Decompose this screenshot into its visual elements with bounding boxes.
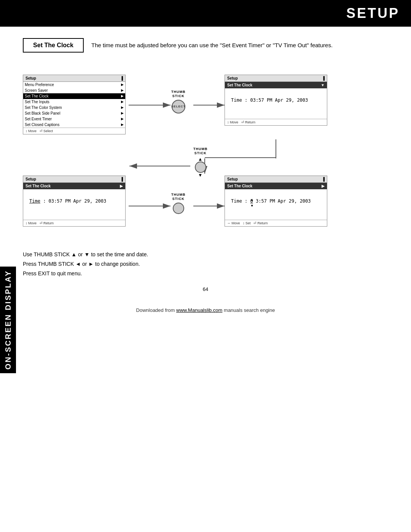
menu-item-set-the-clock: Set The Clock▶ bbox=[23, 93, 125, 99]
menu-item-set-black-side-panel: Set Black Side Panel▶ bbox=[23, 110, 125, 116]
menu-item-menu-preference: Menu Preference▶ bbox=[23, 82, 125, 88]
footer-site-link[interactable]: www.Manualslib.com bbox=[176, 307, 222, 313]
menu-item-set-closed-captions: Set Closed Captions▶ bbox=[23, 122, 125, 128]
side-label: ON-SCREEN DISPLAY bbox=[0, 267, 16, 373]
screen-footer-bottom-left: ↕ Move ⏎ Return bbox=[23, 220, 125, 226]
instruction-line1: Use THUMB STICK ▲ or ▼ to set the time a… bbox=[23, 250, 388, 259]
screen-body-bottom-left: Time : 03:57 PM Apr 29, 2003 bbox=[23, 189, 125, 220]
set-clock-description: The time must be adjusted before you can… bbox=[91, 38, 333, 50]
screen-body-top-left: Menu Preference▶ Screen Saver▶ Set The C… bbox=[23, 82, 125, 128]
thumbstick-circle-middle[interactable] bbox=[195, 161, 206, 173]
screen-set-clock-editing: Setup ▐ Set The Clock ▶ Time : ▲ 0 ▼ 3:5… bbox=[225, 176, 327, 227]
screen-body-bottom-right: Time : ▲ 0 ▼ 3:57 PM Apr 29, 2003 bbox=[225, 189, 327, 220]
screen-header-bottom-right: Setup ▐ bbox=[225, 176, 327, 183]
time-display-bottom-left: Time : 03:57 PM Apr 29, 2003 bbox=[26, 193, 122, 209]
diagram-area: Setup ▐ Menu Preference▶ Screen Saver▶ S… bbox=[23, 63, 388, 238]
screen-set-clock-time-selected: Setup ▐ Set The Clock ▶ Time : 03:57 PM … bbox=[23, 176, 126, 227]
screen-footer-top-left: ↕ Move ⏎ Select bbox=[23, 128, 125, 134]
thumbstick-up-arrow: ▲ bbox=[198, 157, 203, 161]
set-clock-row: Set The Clock The time must be adjusted … bbox=[23, 38, 388, 53]
thumbstick-bottom: THUMBSTICK bbox=[171, 193, 186, 214]
time-display-bottom-right: Time : ▲ 0 ▼ 3:57 PM Apr 29, 2003 bbox=[228, 193, 324, 209]
instruction-line3: Press EXIT to quit menu. bbox=[23, 269, 388, 278]
screen-header-top-left: Setup ▐ bbox=[23, 75, 125, 82]
thumbstick-circle-bottom[interactable] bbox=[173, 203, 184, 214]
page-title: SETUP bbox=[346, 5, 400, 21]
screen-setup-menu: Setup ▐ Menu Preference▶ Screen Saver▶ S… bbox=[23, 75, 126, 134]
thumbstick-circle-top[interactable]: SELECT bbox=[172, 100, 185, 113]
menu-item-set-event-timer: Set Event Timer▶ bbox=[23, 116, 125, 122]
page-header: SETUP bbox=[0, 0, 411, 27]
thumbstick-down-arrow: ▼ bbox=[198, 173, 203, 177]
thumbstick-middle: THUMBSTICK ▲ ▼ bbox=[193, 147, 208, 177]
footer-downloaded: Downloaded from bbox=[136, 307, 175, 313]
screen-subheader-top-right: Set The Clock ▼ bbox=[225, 82, 327, 88]
main-content: Set The Clock The time must be adjusted … bbox=[0, 27, 411, 332]
page-number: 64 bbox=[23, 286, 388, 292]
thumbstick-top: THUMBSTICK SELECT bbox=[171, 90, 186, 113]
menu-item-set-the-inputs: Set The Inputs▶ bbox=[23, 99, 125, 105]
time-display-top-right: Time : 03:57 PM Apr 29, 2003 bbox=[228, 92, 324, 108]
screen-body-top-right: Time : 03:57 PM Apr 29, 2003 bbox=[225, 88, 327, 119]
menu-item-screen-saver: Screen Saver▶ bbox=[23, 88, 125, 93]
set-clock-label: Set The Clock bbox=[23, 38, 84, 53]
instructions: Use THUMB STICK ▲ or ▼ to set the time a… bbox=[23, 250, 388, 279]
side-label-text: ON-SCREEN DISPLAY bbox=[4, 270, 13, 369]
screen-header-top-right: Setup ▐ bbox=[225, 75, 327, 82]
screen-set-clock-initial: Setup ▐ Set The Clock ▼ Time : 03:57 PM … bbox=[225, 75, 327, 126]
footer-suffix: manuals search engine bbox=[224, 307, 275, 313]
screen-header-bottom-left: Setup ▐ bbox=[23, 176, 125, 183]
thumbstick-arrows: ▲ ▼ bbox=[195, 157, 206, 177]
screen-footer-bottom-right: ↔ Move ↕ Set ⏎ Return bbox=[225, 220, 327, 226]
menu-item-set-color-system: Set The Color System▶ bbox=[23, 105, 125, 110]
screen-footer-top-right: ↕ Move ⏎ Return bbox=[225, 119, 327, 125]
screen-subheader-bottom-right: Set The Clock ▶ bbox=[225, 183, 327, 189]
footer: Downloaded from www.Manualslib.com manua… bbox=[23, 307, 388, 321]
instruction-line2: Press THUMB STICK ◄ or ► to change posit… bbox=[23, 259, 388, 269]
screen-subheader-bottom-left: Set The Clock ▶ bbox=[23, 183, 125, 189]
